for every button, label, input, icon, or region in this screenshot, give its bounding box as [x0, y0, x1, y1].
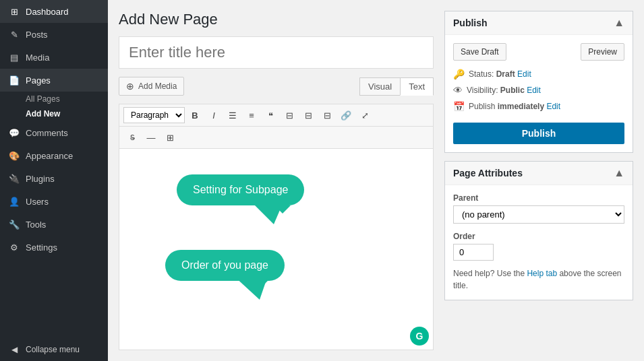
unordered-list-button[interactable]: ☰ [224, 107, 241, 123]
media-icon: ▤ [8, 51, 20, 63]
horizontal-rule-button[interactable]: — [142, 129, 160, 145]
ordered-list-button[interactable]: ≡ [243, 107, 260, 123]
visibility-row: 👁 Visibility: Public Edit [453, 85, 624, 96]
blockquote-button[interactable]: ❝ [262, 107, 279, 123]
sidebar-sub-all-pages[interactable]: All Pages [0, 92, 108, 106]
add-media-icon: ⊕ [126, 81, 134, 92]
svg-marker-1 [234, 276, 268, 300]
sidebar-item-settings[interactable]: ⚙ Settings [0, 236, 108, 259]
sidebar-item-label: Posts [26, 30, 48, 40]
users-icon: 👤 [8, 195, 20, 207]
sidebar-sub-add-new[interactable]: Add New [0, 106, 108, 121]
bubble-tail-2 [234, 276, 268, 300]
sidebar-item-plugins[interactable]: 🔌 Plugins [0, 167, 108, 190]
sidebar-item-label: Appearance [26, 151, 73, 161]
publish-box-header: Publish ▲ [445, 11, 633, 35]
preview-button[interactable]: Preview [581, 43, 624, 61]
sidebar-item-label: Plugins [26, 174, 55, 184]
collapse-icon: ◀ [8, 343, 20, 356]
subpage-callout: Setting for Subpage [177, 174, 304, 205]
publish-button[interactable]: Publish [453, 123, 624, 144]
sidebar-item-label: Users [26, 197, 49, 207]
sidebar-item-label: Pages [26, 75, 51, 86]
publish-collapse-arrow[interactable]: ▲ [614, 17, 624, 29]
dashboard-icon: ⊞ [8, 5, 20, 18]
sidebar-item-label: Comments [26, 128, 68, 138]
help-link[interactable]: Help tab [527, 269, 557, 278]
sidebar-item-posts[interactable]: ✎ Posts [0, 23, 108, 46]
sidebar-item-label: Dashboard [26, 7, 69, 17]
format-toolbar2: S̶ — ⊞ [119, 127, 433, 149]
order-input[interactable] [453, 244, 494, 261]
settings-icon: ⚙ [8, 241, 20, 253]
page-attributes-box: Page Attributes ▲ Parent (no parent) Ord… [444, 161, 633, 300]
content-area: Add New Page ⊕ Add Media Visual Text [108, 0, 644, 361]
appearance-icon: 🎨 [8, 150, 20, 162]
tools-icon: 🔧 [8, 218, 20, 230]
tab-text[interactable]: Text [400, 77, 434, 96]
order-callout: Order of you page [165, 250, 285, 281]
posts-icon: ✎ [8, 28, 20, 40]
parent-select[interactable]: (no parent) [453, 205, 624, 224]
eye-icon: 👁 [453, 85, 463, 96]
table-button[interactable]: ⊞ [161, 129, 179, 145]
page-title: Add New Page [119, 11, 434, 28]
sidebar: ⊞ Dashboard ✎ Posts ▤ Media 📄 Pages All … [0, 0, 108, 361]
fullscreen-button[interactable]: ⤢ [356, 107, 374, 123]
right-panel: Publish ▲ Save Draft Preview 🔑 [444, 11, 633, 350]
align-left-button[interactable]: ⊟ [281, 107, 298, 123]
paragraph-select[interactable]: Paragraph [123, 107, 185, 123]
bold-button[interactable]: B [186, 107, 204, 123]
plugins-icon: 🔌 [8, 172, 20, 185]
order-label: Order [453, 232, 624, 241]
comments-icon: 💬 [8, 127, 20, 139]
add-media-button[interactable]: ⊕ Add Media [119, 77, 184, 96]
publish-time-edit-link[interactable]: Edit [546, 102, 560, 111]
tab-visual[interactable]: Visual [359, 77, 400, 96]
sidebar-item-comments[interactable]: 💬 Comments [0, 121, 108, 144]
status-row: 🔑 Status: Draft Edit [453, 69, 624, 79]
publish-time-row: 📅 Publish immediately Edit [453, 101, 624, 112]
visibility-edit-link[interactable]: Edit [527, 86, 541, 95]
sidebar-item-media[interactable]: ▤ Media [0, 46, 108, 69]
sidebar-item-label: Media [26, 53, 49, 63]
publish-actions-row: Save Draft Preview [453, 43, 624, 61]
page-attributes-body: Parent (no parent) Order Need help? Use … [445, 185, 633, 300]
editor-toolbar-top: ⊕ Add Media Visual Text [119, 77, 434, 96]
sidebar-item-pages[interactable]: 📄 Pages [0, 69, 108, 92]
parent-label: Parent [453, 193, 624, 203]
sidebar-item-tools[interactable]: 🔧 Tools [0, 213, 108, 236]
strikethrough-button[interactable]: S̶ [123, 129, 141, 145]
italic-button[interactable]: I [205, 107, 223, 123]
publish-box: Publish ▲ Save Draft Preview 🔑 [444, 11, 633, 153]
help-text: Need help? Use the Help tab above the sc… [453, 267, 624, 292]
sidebar-item-label: Tools [26, 220, 46, 230]
align-center-button[interactable]: ⊟ [299, 107, 317, 123]
attributes-collapse-arrow[interactable]: ▲ [614, 167, 624, 179]
key-icon: 🔑 [453, 69, 465, 79]
sidebar-item-label: Settings [26, 242, 57, 253]
view-tabs: Visual Text [359, 77, 434, 96]
link-button[interactable]: 🔗 [337, 107, 355, 123]
align-right-button[interactable]: ⊟ [318, 107, 336, 123]
main-area: Add New Page ⊕ Add Media Visual Text [108, 0, 644, 361]
sidebar-item-dashboard[interactable]: ⊞ Dashboard [0, 0, 108, 23]
sidebar-collapse[interactable]: ◀ Collapse menu [0, 338, 108, 361]
publish-box-body: Save Draft Preview 🔑 Status: Draft Edit [445, 35, 633, 152]
editor-content[interactable]: Setting for Subpage Order of you page [119, 149, 433, 350]
svg-marker-0 [250, 201, 284, 224]
title-input[interactable] [119, 36, 434, 69]
format-toolbar: Paragraph B I ☰ ≡ ❝ ⊟ ⊟ ⊟ 🔗 ⤢ [119, 104, 433, 127]
sidebar-item-users[interactable]: 👤 Users [0, 190, 108, 213]
editor-panel: Add New Page ⊕ Add Media Visual Text [119, 11, 434, 350]
page-attributes-header: Page Attributes ▲ [445, 162, 633, 185]
bubble-tail-1 [250, 201, 284, 224]
calendar-icon: 📅 [453, 101, 465, 112]
pages-icon: 📄 [8, 74, 20, 86]
grammarly-icon[interactable]: G [410, 327, 429, 346]
sidebar-item-appearance[interactable]: 🎨 Appearance [0, 144, 108, 167]
status-edit-link[interactable]: Edit [517, 69, 531, 79]
editor-box: Paragraph B I ☰ ≡ ❝ ⊟ ⊟ ⊟ 🔗 ⤢ S̶ — ⊞ [119, 104, 434, 350]
save-draft-button[interactable]: Save Draft [453, 43, 506, 61]
